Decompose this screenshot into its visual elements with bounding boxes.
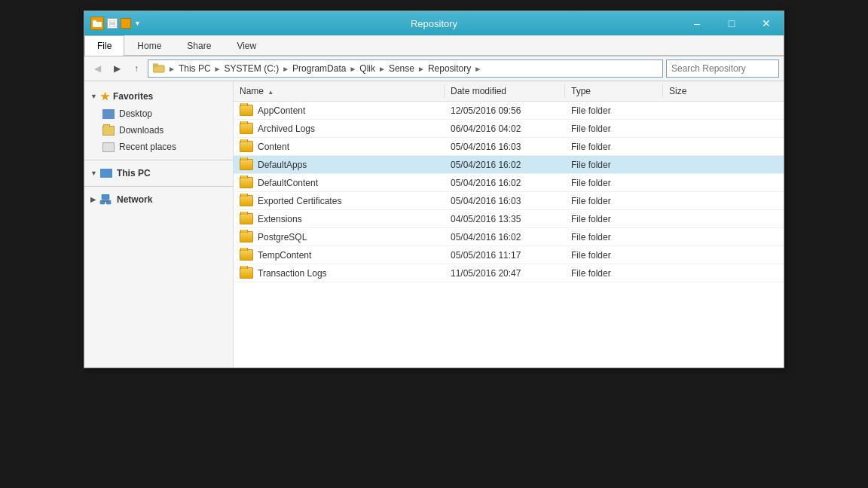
file-name-text: PostgreSQL xyxy=(258,232,307,242)
file-name-cell: PostgreSQL xyxy=(234,230,445,244)
tab-share[interactable]: Share xyxy=(174,35,224,56)
sidebar-recent-label: Recent places xyxy=(119,142,176,152)
table-row[interactable]: DefaultContent 05/04/2016 16:02 File fol… xyxy=(234,174,784,192)
svg-rect-1 xyxy=(93,20,96,23)
file-type-cell: File folder xyxy=(565,194,663,208)
file-size-cell xyxy=(663,218,738,221)
minimize-button[interactable]: – xyxy=(680,11,714,35)
sidebar-network-header[interactable]: ▶ Network xyxy=(84,191,233,208)
file-name-cell: DefaultApps xyxy=(234,157,445,172)
thispc-icon xyxy=(100,169,112,178)
table-row[interactable]: Transaction Logs 11/05/2016 20:47 File f… xyxy=(234,264,784,282)
file-name-cell: Transaction Logs xyxy=(234,266,445,280)
file-type-cell: File folder xyxy=(565,249,663,262)
title-doc-icon xyxy=(107,18,118,29)
path-segment-sense[interactable]: Sense xyxy=(389,63,414,74)
sidebar-item-downloads[interactable]: Downloads xyxy=(84,122,233,139)
file-modified-cell: 05/05/2016 11:17 xyxy=(445,249,565,262)
file-modified-cell: 05/04/2016 16:03 xyxy=(445,140,565,154)
sidebar-desktop-label: Desktop xyxy=(119,108,152,119)
table-row[interactable]: Archived Logs 06/04/2016 04:02 File fold… xyxy=(234,120,784,138)
path-arrow-2: ► xyxy=(282,65,289,73)
sidebar-divider-1 xyxy=(84,160,233,160)
table-row[interactable]: TempContent 05/05/2016 11:17 File folder xyxy=(234,246,784,264)
tab-view[interactable]: View xyxy=(224,35,269,56)
path-arrow-3: ► xyxy=(349,65,356,73)
table-row[interactable]: Exported Certificates 05/04/2016 16:03 F… xyxy=(234,192,784,210)
title-folder-icon xyxy=(90,17,104,30)
path-segment-c[interactable]: SYSTEM (C:) xyxy=(225,63,280,74)
file-modified-cell: 12/05/2016 09:56 xyxy=(445,104,565,117)
file-list-header: Name ▲ Date modified Type Size xyxy=(234,81,784,102)
favorites-chevron-icon: ▼ xyxy=(90,93,97,100)
search-input[interactable] xyxy=(666,59,779,78)
col-header-type[interactable]: Type xyxy=(565,84,663,98)
path-segment-qlik[interactable]: Qlik xyxy=(359,63,375,74)
file-name-text: DefaultContent xyxy=(258,178,318,188)
file-name-cell: Content xyxy=(234,139,445,154)
tab-home[interactable]: Home xyxy=(124,35,174,56)
network-chevron-icon: ▶ xyxy=(90,196,96,203)
folder-icon xyxy=(240,267,253,279)
file-modified-cell: 05/04/2016 16:02 xyxy=(445,230,565,244)
table-row[interactable]: AppContent 12/05/2016 09:56 File folder xyxy=(234,102,784,120)
recent-icon xyxy=(102,142,115,152)
path-segment-repository[interactable]: Repository xyxy=(428,63,471,74)
table-row[interactable]: PostgreSQL 05/04/2016 16:02 File folder xyxy=(234,228,784,246)
folder-icon xyxy=(240,213,253,224)
address-path[interactable]: ► This PC ► SYSTEM (C:) ► ProgramData ► … xyxy=(148,59,663,78)
file-size-cell xyxy=(663,181,738,185)
file-modified-cell: 05/04/2016 16:02 xyxy=(445,176,565,190)
path-segment-thispc[interactable]: This PC xyxy=(179,63,211,74)
file-size-cell xyxy=(663,236,738,239)
col-header-name[interactable]: Name ▲ xyxy=(234,84,445,98)
close-button[interactable]: ✕ xyxy=(749,11,784,35)
forward-button[interactable]: ▶ xyxy=(108,60,125,77)
up-button[interactable]: ↑ xyxy=(128,60,145,77)
file-size-cell xyxy=(663,163,738,166)
sidebar-item-recent[interactable]: Recent places xyxy=(84,139,233,155)
folder-icon xyxy=(240,249,253,261)
file-name-text: Transaction Logs xyxy=(258,268,327,279)
window-title: Repository xyxy=(411,18,457,29)
path-arrow-6: ► xyxy=(474,65,481,73)
desktop-icon xyxy=(102,109,115,119)
svg-rect-6 xyxy=(153,64,157,66)
tab-file[interactable]: File xyxy=(84,35,124,56)
favorites-star-icon: ★ xyxy=(100,90,110,102)
sidebar-favorites-header[interactable]: ▼ ★ Favorites xyxy=(84,87,233,105)
folder-icon xyxy=(240,123,253,134)
file-modified-cell: 11/05/2016 20:47 xyxy=(445,267,565,280)
folder-icon xyxy=(240,195,253,206)
folder-icon xyxy=(240,231,253,242)
col-header-modified[interactable]: Date modified xyxy=(445,84,565,98)
path-segment-programdata[interactable]: ProgramData xyxy=(292,63,346,74)
file-name-text: Exported Certificates xyxy=(258,196,341,206)
table-row[interactable]: Content 05/04/2016 16:03 File folder xyxy=(234,138,784,156)
back-button[interactable]: ◀ xyxy=(89,60,105,77)
table-row[interactable]: DefaultApps 05/04/2016 16:02 File folder xyxy=(234,156,784,174)
path-arrow-4: ► xyxy=(378,65,386,73)
file-rows-container: AppContent 12/05/2016 09:56 File folder … xyxy=(234,102,784,282)
file-name-text: TempContent xyxy=(258,250,311,261)
file-type-cell: File folder xyxy=(565,104,663,117)
file-name-cell: Extensions xyxy=(234,212,445,226)
svg-rect-0 xyxy=(93,22,102,27)
file-modified-cell: 05/04/2016 16:02 xyxy=(445,158,565,172)
sidebar-item-desktop[interactable]: Desktop xyxy=(84,105,233,122)
file-size-cell xyxy=(663,109,738,112)
maximize-button[interactable]: □ xyxy=(714,11,749,35)
ribbon-tabs: File Home Share View xyxy=(84,35,784,56)
table-row[interactable]: Extensions 04/05/2016 13:35 File folder xyxy=(234,210,784,228)
col-header-size[interactable]: Size xyxy=(663,84,738,98)
main-area: ▼ ★ Favorites Desktop Downloads Recent p… xyxy=(84,81,784,368)
title-dropdown-arrow[interactable]: ▼ xyxy=(134,20,141,27)
file-type-cell: File folder xyxy=(565,176,663,190)
file-type-cell: File folder xyxy=(565,122,663,136)
sidebar-thispc-header[interactable]: ▼ This PC xyxy=(84,165,233,181)
title-folder2-icon xyxy=(121,18,131,29)
file-size-cell xyxy=(663,272,738,275)
sidebar-downloads-label: Downloads xyxy=(119,125,164,136)
file-size-cell xyxy=(663,145,738,148)
thispc-label: This PC xyxy=(117,168,151,178)
